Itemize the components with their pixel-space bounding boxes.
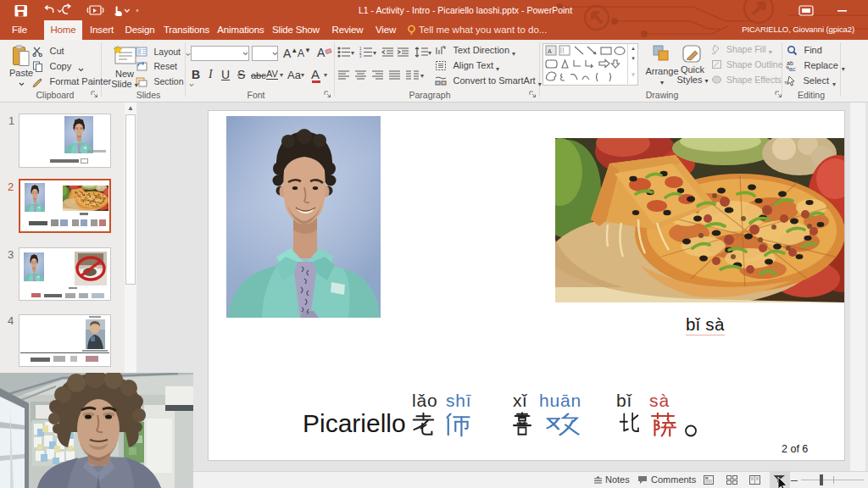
svg-text:ac: ac xyxy=(789,66,796,72)
svg-text:3: 3 xyxy=(359,54,362,58)
svg-text:A: A xyxy=(548,48,552,54)
